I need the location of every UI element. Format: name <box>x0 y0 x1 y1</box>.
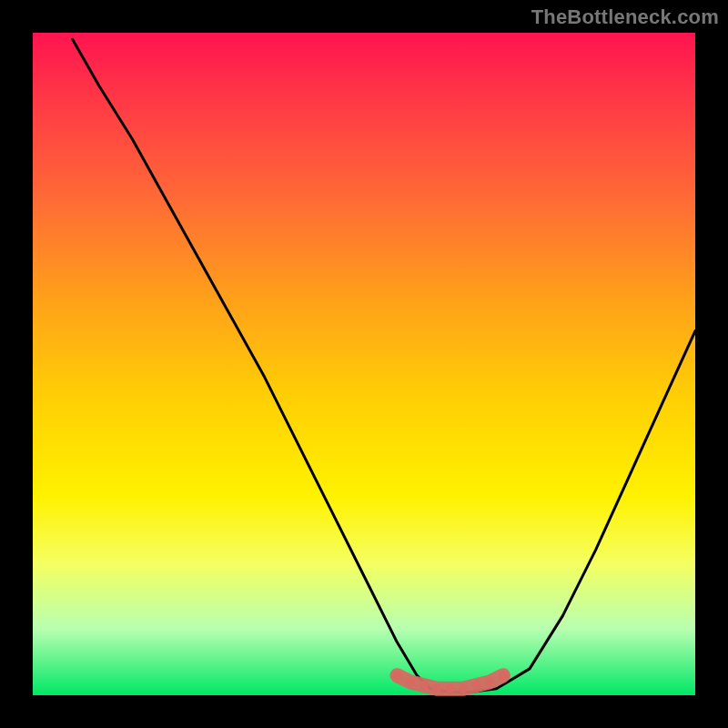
svg-point-6 <box>472 681 481 690</box>
svg-point-4 <box>446 684 455 693</box>
svg-point-2 <box>420 681 429 690</box>
chart-frame: TheBottleneck.com <box>0 0 728 728</box>
bottleneck-curve <box>73 39 695 692</box>
svg-point-3 <box>432 684 441 693</box>
svg-point-5 <box>459 684 468 693</box>
svg-point-7 <box>485 677 494 686</box>
svg-point-1 <box>406 677 415 686</box>
svg-point-0 <box>392 671 401 680</box>
chart-overlay <box>0 0 728 728</box>
svg-point-8 <box>499 671 508 680</box>
